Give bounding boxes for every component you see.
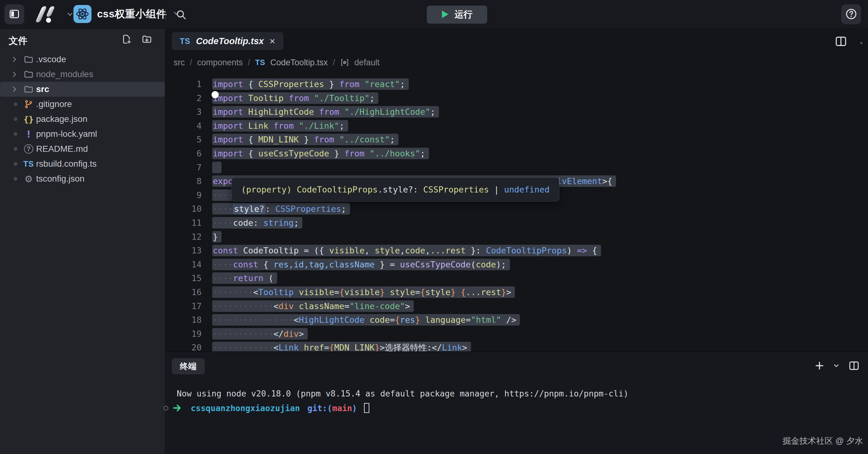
line-number: 8	[165, 174, 202, 189]
line-number: 2	[165, 91, 202, 105]
terminal-actions	[814, 360, 860, 371]
help-button[interactable]	[841, 4, 861, 24]
line-number: 20	[165, 341, 202, 351]
file-tree-item-readme-md[interactable]: ?README.md	[0, 141, 165, 156]
prompt-git-branch: main	[332, 403, 352, 413]
file-label: package.json	[36, 114, 87, 124]
search-button[interactable]	[173, 7, 189, 23]
exclaim-file-icon: !	[22, 128, 35, 140]
code-line: 18················<HighLightCode code={r…	[165, 313, 868, 327]
file-tree-item-src[interactable]: src	[0, 82, 165, 97]
terminal-panel[interactable]: 终端 Now using node v20.18.0 (pnpm v8.15.4…	[165, 351, 868, 454]
terminal-output: Now using node v20.18.0 (pnpm v8.15.4 as…	[177, 389, 628, 398]
prompt-arrow-icon	[173, 404, 182, 412]
react-project-icon	[73, 5, 91, 23]
terminal-cursor	[364, 403, 369, 413]
terminal-tab-label: 终端	[180, 361, 197, 372]
line-number: 5	[165, 133, 202, 147]
file-label: tsconfig.json	[36, 174, 85, 184]
code-editor[interactable]: TS CodeTooltip.tsx × src/components/TSCo…	[165, 29, 868, 351]
chevron-right-icon[interactable]	[10, 56, 18, 63]
prompt-directory: cssquanzhongxiaozujian	[191, 403, 300, 413]
terminal-dropdown-chevron-icon[interactable]	[833, 362, 840, 369]
gear-file-icon: ⚙	[22, 172, 35, 185]
line-number: 18	[165, 313, 202, 327]
toggle-sidebar-button[interactable]	[4, 4, 24, 24]
play-icon	[441, 10, 449, 20]
marscode-ide-window: css权重小组件 运行 文件	[0, 0, 868, 454]
breadcrumb-separator: /	[248, 58, 250, 67]
file-label: README.md	[36, 144, 88, 154]
code-line: 2import Tooltip from "./Tooltip";	[165, 91, 868, 105]
watermark: 掘金技术社区 @ 夕水	[783, 435, 863, 447]
folder-icon	[22, 83, 35, 95]
editor-overflow-dot	[860, 42, 862, 44]
line-number: 3	[165, 105, 202, 119]
new-file-button[interactable]	[121, 34, 132, 44]
code-content[interactable]: 1import { CSSProperties } from "react";2…	[165, 77, 868, 351]
file-tree: .vscodenode_modulessrc.gitignore{}packag…	[0, 52, 165, 186]
split-terminal-button[interactable]	[848, 360, 860, 371]
file-tree-item-pnpm-lock-yaml[interactable]: !pnpm-lock.yaml	[0, 127, 165, 141]
file-tree-item-tsconfig-json[interactable]: ⚙tsconfig.json	[0, 171, 165, 186]
breadcrumb-item-default[interactable]: default	[354, 58, 379, 67]
breadcrumb-item-components[interactable]: components	[197, 58, 243, 67]
file-tree-item-package-json[interactable]: {}package.json	[0, 111, 165, 127]
search-icon	[176, 9, 187, 21]
tab-label: CodeTooltip.tsx	[196, 36, 264, 46]
close-tab-icon[interactable]: ×	[270, 36, 275, 46]
file-bullet	[14, 102, 18, 106]
file-explorer-sidebar: 文件 .vscodenode_modulessrc.gitignore{}pac…	[0, 29, 165, 454]
line-number: 13	[165, 244, 202, 258]
panel-layout-icon	[8, 8, 20, 21]
typescript-icon: TS	[255, 58, 266, 67]
line-number: 4	[165, 119, 202, 133]
explorer-header: 文件	[0, 29, 165, 48]
terminal-prompt: cssquanzhongxiaozujian git:(main)	[165, 401, 369, 415]
line-number: 9	[165, 189, 202, 202]
new-folder-button[interactable]	[141, 34, 152, 44]
file-label: .vscode	[36, 55, 66, 64]
project-selector[interactable]: css权重小组件	[73, 5, 181, 23]
file-tree-item--vscode[interactable]: .vscode	[0, 52, 165, 67]
git-file-icon	[22, 98, 35, 110]
tab-codetooltip[interactable]: TS CodeTooltip.tsx ×	[172, 32, 283, 50]
split-editor-button[interactable]	[834, 35, 847, 49]
line-number: 16	[165, 286, 202, 299]
file-tree-item-node-modules[interactable]: node_modules	[0, 67, 165, 82]
file-tree-item--gitignore[interactable]: .gitignore	[0, 97, 165, 111]
file-label: src	[36, 84, 49, 94]
chevron-right-icon[interactable]	[10, 71, 18, 78]
file-label: .gitignore	[36, 99, 72, 109]
line-number: 6	[165, 147, 202, 161]
new-terminal-button[interactable]	[814, 361, 825, 371]
terminal-tab[interactable]: 终端	[172, 358, 205, 375]
breadcrumb-separator: /	[333, 58, 335, 67]
chevron-right-icon[interactable]	[10, 86, 18, 93]
file-tree-item-rsbuild-config-ts[interactable]: TSrsbuild.config.ts	[0, 156, 165, 171]
code-line: 17············<div className="line-code"…	[165, 299, 868, 314]
file-label: rsbuild.config.ts	[36, 159, 97, 169]
code-line: 15····return (	[165, 271, 868, 286]
symbol-icon	[340, 58, 349, 67]
code-line: 5import { MDN_LINK } from "../const";	[165, 133, 868, 147]
line-number: 19	[165, 327, 202, 341]
selection-handle[interactable]	[212, 91, 219, 98]
code-line: 13const CodeTooltip = ({ visible, style,…	[165, 244, 868, 258]
code-line: 16········<Tooltip visible={visible} sty…	[165, 286, 868, 299]
file-bullet	[14, 132, 18, 136]
breadcrumb-item-codetooltip-tsx[interactable]: CodeTooltip.tsx	[270, 58, 328, 67]
code-line: 1import { CSSProperties } from "react";	[165, 77, 868, 91]
run-button[interactable]: 运行	[427, 6, 487, 24]
file-bullet	[14, 177, 18, 181]
code-line: 20············<Link href={MDN_LINK}>选择器特…	[165, 341, 868, 351]
line-number: 12	[165, 230, 202, 244]
marscode-logo-menu[interactable]	[32, 5, 74, 25]
braces-file-icon: {}	[22, 113, 35, 125]
top-bar: css权重小组件 运行	[0, 0, 868, 29]
prompt-git-prefix: git:(	[307, 403, 332, 413]
code-line: 3import HighLightCode from "./HighLightC…	[165, 105, 868, 119]
breadcrumb-item-src[interactable]: src	[174, 58, 185, 67]
code-line: 10····style?: CSSProperties;	[165, 202, 868, 216]
prompt-git-suffix: )	[352, 403, 357, 413]
